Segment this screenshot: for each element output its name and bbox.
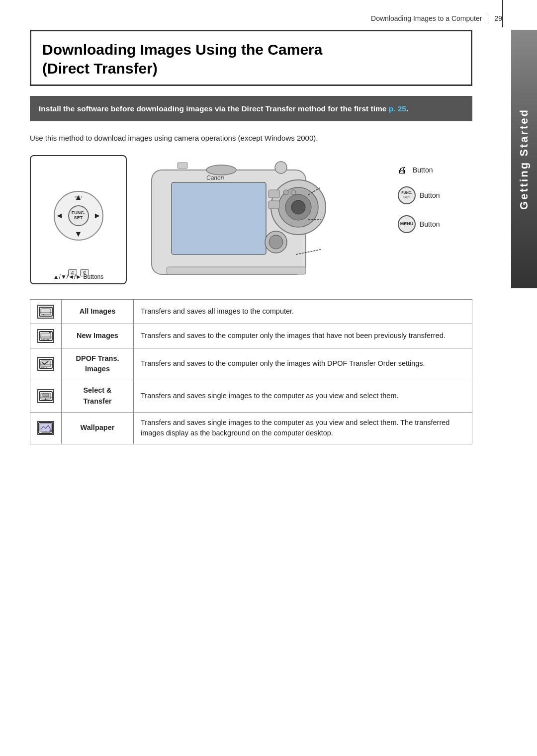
svg-text:⊠: ⊠: [49, 429, 53, 433]
table-row: ALL All Images Transfers and saves all i…: [30, 299, 472, 324]
table-row: ⊠ Wallpaper Transfers and saves single i…: [30, 412, 472, 444]
svg-text:NEW: NEW: [41, 338, 49, 341]
page-ref-text: Downloading Images to a Computer: [371, 14, 482, 22]
page-title: Downloading Images Using the Camera (Dir…: [42, 40, 460, 78]
camera-diagram: Canon: [122, 155, 393, 284]
warning-box: Install the software before downloading …: [30, 96, 472, 121]
body-text: Use this method to download images using…: [30, 132, 472, 144]
all-images-label: All Images: [62, 299, 134, 324]
svg-text:DPOF: DPOF: [40, 366, 48, 369]
wallpaper-label: Wallpaper: [62, 412, 134, 444]
svg-rect-1: [172, 182, 266, 254]
svg-rect-12: [167, 267, 306, 274]
svg-point-7: [275, 162, 287, 173]
svg-rect-19: [178, 163, 187, 168]
func-button-legend: FUNC.SET Button: [398, 186, 472, 204]
select-transfer-icon: [37, 389, 54, 403]
new-images-label: New Images: [62, 324, 134, 348]
warning-link[interactable]: p. 25: [389, 104, 406, 113]
dpof-desc: Transfers and saves to the computer only…: [134, 348, 472, 380]
table-row: NEW New Images Transfers and saves to th…: [30, 324, 472, 348]
top-vertical-line: [502, 0, 503, 27]
arrow-cross: ▲ ▼ ◄ ► FUNC. SET ISU: [54, 191, 103, 241]
dpof-icon-cell: DPOF: [30, 348, 62, 380]
new-images-desc: Transfers and saves to the computer only…: [134, 324, 472, 348]
chapter-label: Getting Started: [518, 108, 531, 210]
title-box: Downloading Images Using the Camera (Dir…: [30, 30, 472, 86]
select-transfer-label: Select & Transfer: [62, 380, 134, 413]
transfer-table: ALL All Images Transfers and saves all i…: [30, 299, 472, 445]
new-images-icon: NEW: [37, 329, 54, 343]
svg-rect-18: [268, 201, 279, 209]
buttons-label: ▲/▼/◄/► Buttons: [31, 273, 126, 280]
menu-button-legend: MENU Button: [398, 215, 472, 233]
func-set-button: FUNC. SET: [68, 205, 89, 226]
page-reference: Downloading Images to a Computer 29: [371, 14, 502, 23]
svg-text:ALL: ALL: [42, 314, 49, 317]
func-set-icon: FUNC.SET: [398, 186, 416, 204]
arrow-left-icon: ◄: [56, 211, 64, 220]
svg-rect-36: [43, 394, 49, 397]
svg-point-8: [283, 190, 288, 195]
table-row: Select & Transfer Transfers and saves si…: [30, 380, 472, 413]
directional-pad: ▲ ▼ ◄ ► FUNC. SET ISU: [54, 191, 103, 241]
print-button-label: Button: [413, 166, 433, 174]
select-transfer-icon-cell: [30, 380, 62, 413]
svg-point-6: [206, 165, 236, 175]
dpof-label: DPOF Trans.Images: [62, 348, 134, 380]
svg-point-5: [291, 200, 305, 214]
svg-text:Canon: Canon: [206, 174, 224, 181]
print-button-legend: 🖨︎ Button: [398, 165, 472, 175]
buttons-legend: 🖨︎ Button FUNC.SET Button MENU Button: [393, 155, 472, 233]
isu-label: ISU: [75, 195, 82, 199]
all-images-icon-cell: ALL: [30, 299, 62, 324]
page-number: 29: [494, 14, 502, 22]
all-images-icon: ALL: [37, 305, 54, 319]
wallpaper-icon: ⊠: [37, 421, 54, 435]
print-transfer-icon: 🖨︎: [398, 165, 407, 175]
svg-rect-17: [268, 190, 279, 198]
new-images-icon-cell: NEW: [30, 324, 62, 348]
table-row: DPOF DPOF Trans.Images Transfers and sav…: [30, 348, 472, 380]
diagram-section: ▲ ▼ ◄ ► FUNC. SET ISU 🖨 ⏱ ▲/▼/◄/► Button…: [30, 155, 472, 284]
arrow-down-icon: ▼: [75, 230, 83, 239]
svg-point-11: [269, 235, 283, 249]
arrow-right-icon: ►: [93, 211, 101, 220]
dpof-trans-icon: DPOF: [37, 357, 54, 371]
wallpaper-desc: Transfers and saves single images to the…: [134, 412, 472, 444]
control-diagram: ▲ ▼ ◄ ► FUNC. SET ISU 🖨 ⏱ ▲/▼/◄/► Button…: [30, 155, 127, 284]
menu-icon: MENU: [398, 215, 416, 233]
all-images-desc: Transfers and saves all images to the co…: [134, 299, 472, 324]
chapter-tab: Getting Started: [511, 30, 537, 288]
warning-text: Install the software before downloading …: [39, 103, 463, 114]
main-content: Downloading Images Using the Camera (Dir…: [30, 30, 472, 444]
divider: [488, 14, 488, 23]
svg-point-9: [291, 190, 296, 195]
func-button-label: Button: [420, 191, 440, 199]
select-transfer-desc: Transfers and saves single images to the…: [134, 380, 472, 413]
menu-button-label: Button: [420, 220, 440, 228]
wallpaper-icon-cell: ⊠: [30, 412, 62, 444]
